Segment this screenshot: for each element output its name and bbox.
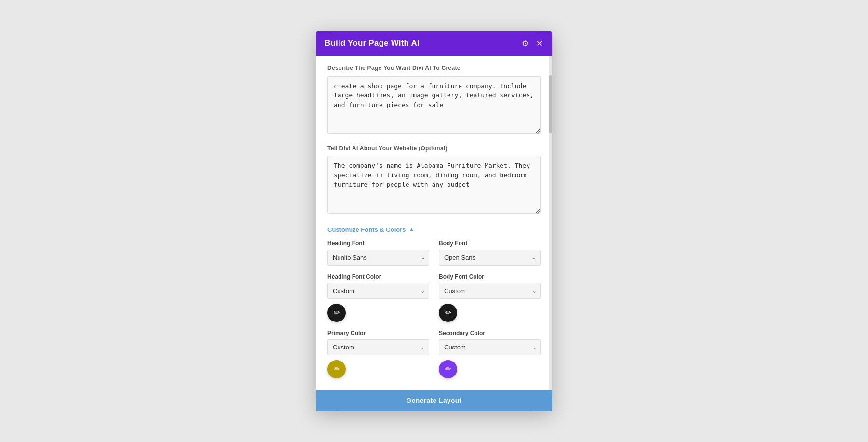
scrollbar-thumb[interactable] <box>549 75 552 133</box>
eyedropper-icon: ✏ <box>334 308 340 317</box>
primary-color-swatch[interactable]: ✏ <box>327 360 346 378</box>
modal-footer: Generate Layout <box>316 390 552 411</box>
body-font-color-select[interactable]: Custom Black White Gray <box>439 283 541 299</box>
secondary-color-select-wrapper: Custom Blue Red Green ⌄ <box>439 339 541 355</box>
describe-textarea[interactable]: create a shop page for a furniture compa… <box>327 76 541 134</box>
customize-toggle-label: Customize Fonts & Colors <box>327 226 406 233</box>
secondary-color-swatch[interactable]: ✏ <box>439 360 457 378</box>
modal-overlay: Build Your Page With AI ⚙ ✕ Describe The… <box>0 0 868 442</box>
fonts-colors-grid: Heading Font Nunito Sans Open Sans Robot… <box>327 240 541 378</box>
modal-dialog: Build Your Page With AI ⚙ ✕ Describe The… <box>316 31 552 411</box>
website-section-label: Tell Divi AI About Your Website (Optiona… <box>327 145 541 152</box>
primary-color-swatch-row: ✏ <box>327 358 429 378</box>
heading-font-group: Heading Font Nunito Sans Open Sans Robot… <box>327 240 429 266</box>
eyedropper-icon-3: ✏ <box>334 364 340 374</box>
scrollbar-track <box>549 56 552 390</box>
describe-section-label: Describe The Page You Want Divi AI To Cr… <box>327 65 541 71</box>
eyedropper-icon-2: ✏ <box>445 308 451 317</box>
gear-icon: ⚙ <box>522 39 529 48</box>
secondary-color-label: Secondary Color <box>439 330 541 336</box>
body-font-select[interactable]: Open Sans Nunito Sans Roboto Lato Montse… <box>439 250 541 266</box>
toggle-arrow-icon: ▲ <box>409 226 415 233</box>
modal-title: Build Your Page With AI <box>325 39 420 48</box>
eyedropper-icon-4: ✏ <box>445 364 451 374</box>
website-textarea-wrapper: The company's name is Alabama Furniture … <box>327 156 541 215</box>
modal-body: Describe The Page You Want Divi AI To Cr… <box>316 56 552 390</box>
heading-font-color-select-wrapper: Custom Black White Gray ⌄ <box>327 283 429 299</box>
customize-toggle[interactable]: Customize Fonts & Colors ▲ <box>327 226 541 233</box>
body-font-color-swatch[interactable]: ✏ <box>439 304 457 322</box>
body-font-color-label: Body Font Color <box>439 273 541 280</box>
close-button[interactable]: ✕ <box>535 38 543 49</box>
heading-color-swatch-row: ✏ <box>327 302 429 322</box>
settings-button[interactable]: ⚙ <box>521 38 529 49</box>
body-font-label: Body Font <box>439 240 541 247</box>
secondary-color-group: Secondary Color Custom Blue Red Green ⌄ … <box>439 330 541 378</box>
primary-color-group: Primary Color Custom Blue Red Green ⌄ ✏ <box>327 330 429 378</box>
body-font-group: Body Font Open Sans Nunito Sans Roboto L… <box>439 240 541 266</box>
primary-color-select-wrapper: Custom Blue Red Green ⌄ <box>327 339 429 355</box>
body-font-color-group: Body Font Color Custom Black White Gray … <box>439 273 541 322</box>
describe-textarea-wrapper: create a shop page for a furniture compa… <box>327 76 541 136</box>
body-color-swatch-row: ✏ <box>439 302 541 322</box>
modal-header: Build Your Page With AI ⚙ ✕ <box>316 31 552 56</box>
heading-font-color-label: Heading Font Color <box>327 273 429 280</box>
heading-font-select-wrapper: Nunito Sans Open Sans Roboto Lato Montse… <box>327 250 429 266</box>
primary-color-select[interactable]: Custom Blue Red Green <box>327 339 429 355</box>
generate-layout-button[interactable]: Generate Layout <box>316 390 552 411</box>
heading-font-color-group: Heading Font Color Custom Black White Gr… <box>327 273 429 322</box>
secondary-color-swatch-row: ✏ <box>439 358 541 378</box>
heading-font-color-swatch[interactable]: ✏ <box>327 304 346 322</box>
resize-handle-2: ⌟ <box>537 209 539 214</box>
close-icon: ✕ <box>536 39 542 48</box>
primary-color-label: Primary Color <box>327 330 429 336</box>
heading-font-color-select[interactable]: Custom Black White Gray <box>327 283 429 299</box>
body-font-select-wrapper: Open Sans Nunito Sans Roboto Lato Montse… <box>439 250 541 266</box>
modal-header-actions: ⚙ ✕ <box>521 38 543 49</box>
heading-font-label: Heading Font <box>327 240 429 247</box>
website-textarea[interactable]: The company's name is Alabama Furniture … <box>327 156 541 214</box>
secondary-color-select[interactable]: Custom Blue Red Green <box>439 339 541 355</box>
heading-font-select[interactable]: Nunito Sans Open Sans Roboto Lato Montse… <box>327 250 429 266</box>
body-font-color-select-wrapper: Custom Black White Gray ⌄ <box>439 283 541 299</box>
resize-handle: ⌟ <box>537 129 539 134</box>
